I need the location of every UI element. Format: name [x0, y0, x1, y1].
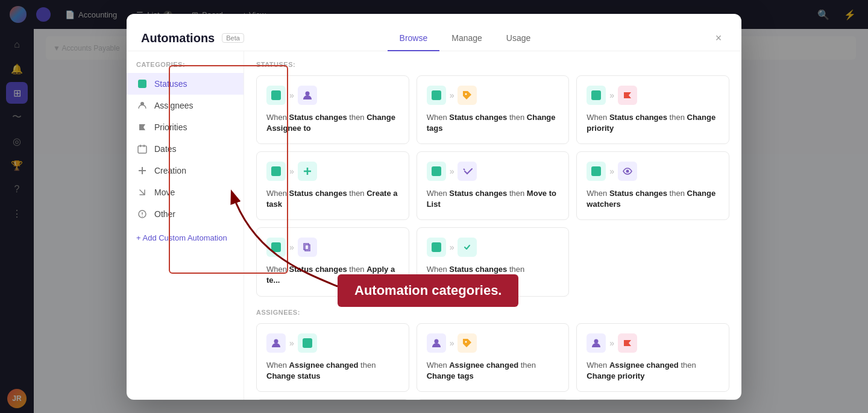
modal-body: CATEGORIES: Statuses Assignees	[127, 51, 741, 400]
assignees-grid: » When Assignee changed then Change stat…	[256, 323, 729, 400]
modal-title: Automations	[141, 31, 215, 45]
category-dates-label: Dates	[154, 144, 177, 154]
svg-rect-2	[138, 146, 146, 153]
automation-card-status-extra[interactable]: » When Status changes then	[417, 227, 570, 296]
automation-card-assignee-priority[interactable]: » When Assignee changed then Change prio…	[576, 323, 729, 392]
move-icon	[136, 186, 148, 198]
other-icon	[136, 208, 148, 220]
action-icon-status-change	[458, 238, 477, 257]
tab-browse[interactable]: Browse	[388, 26, 440, 51]
svg-point-27	[594, 339, 599, 343]
category-priorities-label: Priorities	[154, 122, 187, 132]
dates-icon	[136, 143, 148, 155]
modal-overlay: Automations Beta Browse Manage Usage × C…	[0, 0, 868, 413]
svg-rect-19	[591, 166, 601, 176]
action-icon-assignee	[298, 86, 317, 105]
svg-rect-21	[271, 242, 281, 252]
modal-close-button[interactable]: ×	[710, 30, 727, 46]
trigger-icon-status6	[587, 162, 606, 181]
tab-manage[interactable]: Manage	[439, 26, 494, 51]
statuses-section-label: STATUSES:	[256, 61, 729, 68]
category-priorities[interactable]: Priorities	[127, 116, 244, 138]
svg-rect-18	[432, 166, 441, 176]
automation-card-status-move-to-list[interactable]: » When Status changes then Move to List	[417, 151, 570, 220]
svg-rect-24	[303, 338, 312, 348]
categories-header: CATEGORIES:	[127, 61, 244, 73]
automation-card-status-tags[interactable]: » When Status changes then Change tags	[417, 75, 570, 144]
action-icon-priority2	[618, 333, 637, 353]
category-statuses[interactable]: Statuses	[127, 73, 244, 95]
svg-point-20	[626, 169, 629, 172]
category-move[interactable]: Move	[127, 181, 244, 203]
svg-point-23	[274, 339, 278, 343]
automation-card-status-create-task[interactable]: » When Status changes then Create a task	[256, 151, 409, 220]
svg-rect-10	[271, 90, 281, 100]
automation-card-assignee-extra1[interactable]: » When Assignee changed then	[256, 399, 409, 400]
svg-point-9	[142, 215, 143, 216]
beta-badge: Beta	[222, 33, 244, 43]
action-icon-change-status	[298, 333, 317, 353]
automations-content: STATUSES: »	[244, 51, 741, 400]
statuses-icon	[136, 78, 148, 90]
trigger-icon-assignee2	[427, 333, 446, 353]
svg-rect-22	[432, 242, 441, 252]
automation-card-status-priority[interactable]: » When Status changes then Change priori…	[576, 75, 729, 144]
trigger-icon-status5	[427, 162, 446, 181]
action-icon-priority	[618, 86, 637, 105]
trigger-icon-status	[266, 86, 286, 105]
automation-card-status-apply-template[interactable]: » When Status changes then Apply a te...	[256, 227, 409, 296]
tab-usage[interactable]: Usage	[494, 26, 542, 51]
app-background: 📄 Accounting ☰ List 4 ⊞ Board + View 🔍 ⚡…	[0, 0, 868, 413]
trigger-icon-status7	[266, 238, 286, 257]
action-icon-apply-template	[298, 238, 317, 257]
categories-sidebar: CATEGORIES: Statuses Assignees	[127, 51, 244, 400]
statuses-grid: » When Status changes then Change Assign…	[256, 75, 729, 297]
category-dates[interactable]: Dates	[127, 138, 244, 160]
svg-rect-12	[432, 90, 441, 100]
automation-card-assignee-extra2[interactable]: » When Assignee changed then	[576, 399, 729, 400]
trigger-icon-status4	[266, 162, 286, 181]
trigger-icon-status3	[587, 86, 606, 105]
trigger-icon-status2	[427, 86, 446, 105]
automation-card-status-watchers[interactable]: » When Status changes then Change watche…	[576, 151, 729, 220]
priorities-icon	[136, 121, 148, 133]
category-statuses-label: Statuses	[154, 79, 187, 89]
action-icon-create-task	[298, 162, 317, 181]
svg-rect-15	[271, 166, 281, 176]
action-icon-tags	[458, 86, 477, 105]
automation-card-status-assignee[interactable]: » When Status changes then Change Assign…	[256, 75, 409, 144]
category-assignees[interactable]: Assignees	[127, 95, 244, 116]
add-custom-automation-button[interactable]: + Add Custom Automation	[136, 230, 234, 246]
svg-rect-14	[591, 90, 601, 100]
assignees-section-label: ASSIGNEES:	[256, 309, 729, 316]
svg-point-13	[465, 93, 467, 95]
creation-icon	[136, 165, 148, 177]
modal-tabs: Browse Manage Usage	[388, 26, 543, 51]
action-icon-move-list	[458, 162, 477, 181]
trigger-icon-status8	[427, 238, 446, 257]
category-move-label: Move	[154, 188, 175, 197]
automation-card-assignee-move[interactable]: » When Assignee changed then Move to Lis…	[417, 399, 570, 400]
svg-point-11	[305, 91, 309, 95]
svg-point-26	[465, 341, 467, 342]
category-other-label: Other	[154, 209, 175, 219]
category-assignees-label: Assignees	[154, 101, 193, 110]
modal-header: Automations Beta Browse Manage Usage ×	[127, 14, 741, 51]
automation-card-assignee-status[interactable]: » When Assignee changed then Change stat…	[256, 323, 409, 392]
action-icon-watchers	[618, 162, 637, 181]
category-other[interactable]: Other	[127, 203, 244, 225]
automation-card-assignee-tags[interactable]: » When Assignee changed then Change tags	[417, 323, 570, 392]
category-creation-label: Creation	[154, 166, 186, 175]
assignees-icon	[136, 99, 148, 112]
trigger-icon-assignee3	[587, 333, 606, 353]
category-creation[interactable]: Creation	[127, 160, 244, 181]
trigger-icon-assignee	[266, 333, 286, 353]
automations-modal: Automations Beta Browse Manage Usage × C…	[127, 14, 741, 400]
svg-point-25	[434, 339, 438, 343]
action-icon-tags2	[458, 333, 477, 353]
svg-rect-0	[138, 80, 146, 88]
